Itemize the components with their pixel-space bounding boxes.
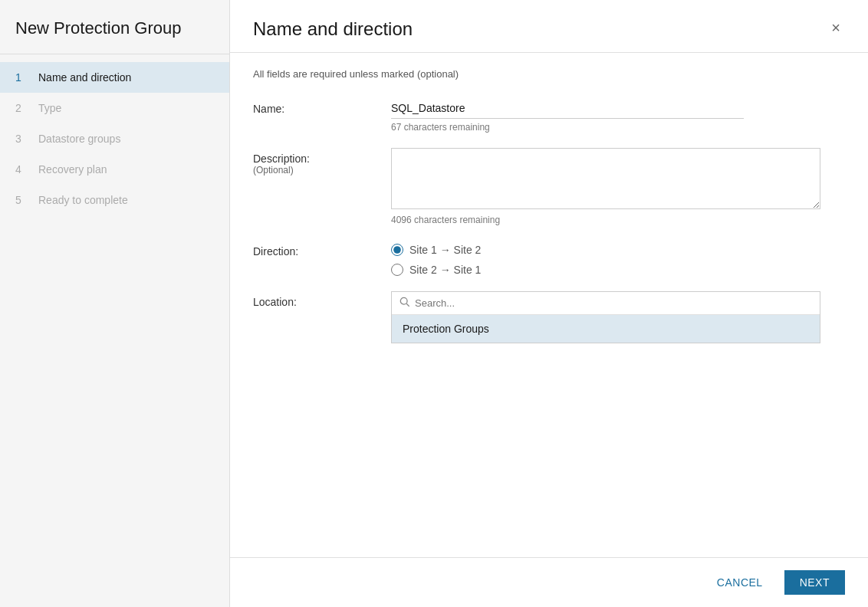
close-button[interactable]: × (827, 18, 845, 37)
step-number: 1 (15, 71, 31, 84)
direction-field: Site 1 → Site 2Site 2 → Site 1 (391, 241, 845, 276)
location-list: Protection Groups (392, 315, 820, 343)
description-label: Description: (Optional) (253, 148, 391, 176)
main-body: All fields are required unless marked (o… (230, 53, 868, 557)
name-row: Name: 67 characters remaining (253, 98, 845, 133)
direction-label-dir2: Site 2 → Site 1 (409, 264, 481, 276)
location-field: Protection Groups (391, 291, 845, 343)
modal-container: New Protection Group 1Name and direction… (0, 0, 868, 607)
location-box: Protection Groups (391, 291, 820, 343)
direction-row: Direction: Site 1 → Site 2Site 2 → Site … (253, 241, 845, 276)
sidebar: New Protection Group 1Name and direction… (0, 0, 230, 607)
location-row: Location: Protection Grou (253, 291, 845, 343)
step-number: 4 (15, 163, 31, 176)
direction-label-dir1: Site 1 → Site 2 (409, 244, 481, 256)
main-content: Name and direction × All fields are requ… (230, 0, 868, 607)
required-note: All fields are required unless marked (o… (253, 68, 845, 80)
step-label: Type (38, 102, 61, 114)
description-input[interactable] (391, 148, 820, 209)
step-label: Ready to complete (38, 194, 128, 206)
direction-option-dir1[interactable]: Site 1 → Site 2 (391, 244, 845, 256)
sidebar-steps: 1Name and direction2Type3Datastore group… (0, 54, 229, 223)
name-label: Name: (253, 98, 391, 115)
sidebar-step-5[interactable]: 5Ready to complete (0, 185, 229, 215)
direction-radio-dir2[interactable] (391, 264, 403, 276)
description-chars-remaining: 4096 characters remaining (391, 215, 845, 225)
description-row: Description: (Optional) 4096 characters … (253, 148, 845, 225)
name-input[interactable] (391, 98, 744, 119)
search-bar (392, 292, 820, 315)
location-item[interactable]: Protection Groups (392, 315, 820, 343)
step-number: 2 (15, 102, 31, 114)
main-header: Name and direction × (230, 0, 868, 53)
svg-point-0 (400, 297, 407, 304)
step-label: Name and direction (38, 71, 131, 84)
location-label: Location: (253, 291, 391, 308)
search-icon (399, 297, 410, 310)
direction-label: Direction: (253, 241, 391, 258)
sidebar-title: New Protection Group (0, 0, 229, 54)
step-label: Datastore groups (38, 133, 120, 145)
step-number: 5 (15, 194, 31, 206)
step-label: Recovery plan (38, 163, 107, 176)
description-field: 4096 characters remaining (391, 148, 845, 225)
next-button[interactable]: NEXT (784, 570, 845, 595)
sidebar-step-2[interactable]: 2Type (0, 93, 229, 123)
sidebar-step-1: 1Name and direction (0, 62, 229, 93)
name-field: 67 characters remaining (391, 98, 845, 133)
sidebar-step-3[interactable]: 3Datastore groups (0, 123, 229, 154)
page-title: Name and direction (253, 18, 413, 40)
sidebar-step-4[interactable]: 4Recovery plan (0, 154, 229, 185)
main-footer: CANCEL NEXT (230, 557, 868, 607)
direction-radio-dir1[interactable] (391, 244, 403, 256)
svg-line-1 (406, 304, 409, 307)
location-search-input[interactable] (415, 297, 812, 309)
cancel-button[interactable]: CANCEL (705, 570, 775, 595)
direction-option-dir2[interactable]: Site 2 → Site 1 (391, 264, 845, 276)
name-chars-remaining: 67 characters remaining (391, 122, 845, 133)
step-number: 3 (15, 133, 31, 145)
